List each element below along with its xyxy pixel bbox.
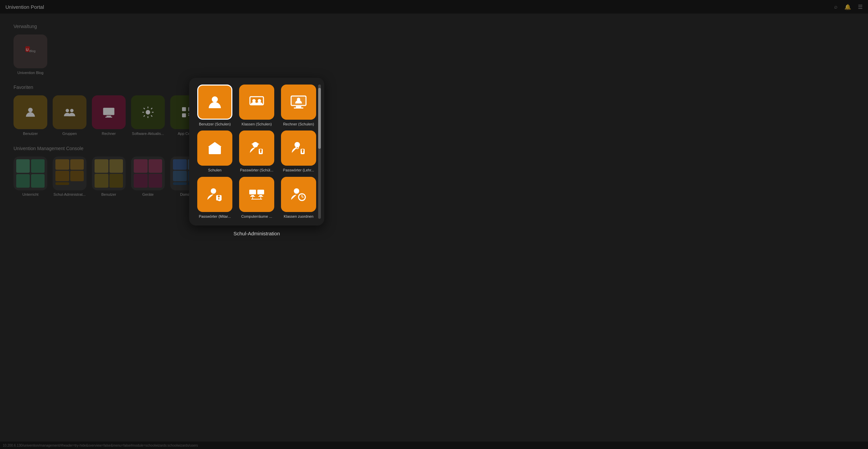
- popup-label-passwoerter-mitar: Passwörter (Mitar...: [199, 214, 231, 219]
- popup-icon-benutzer-schulen: [197, 85, 232, 120]
- svg-rect-38: [260, 151, 261, 153]
- svg-marker-28: [208, 142, 222, 147]
- svg-point-60: [294, 188, 299, 194]
- svg-rect-31: [210, 149, 212, 151]
- popup-label-rechner-schulen: Rechner (Schulen): [283, 122, 314, 126]
- svg-rect-25: [294, 108, 303, 109]
- popup-icon-klassen-schulen: [239, 85, 274, 120]
- svg-point-21: [258, 99, 261, 102]
- svg-marker-35: [251, 142, 259, 146]
- popup-label-passwoerter-lehr: Passwörter (Lehr...: [283, 168, 314, 172]
- svg-rect-54: [257, 190, 264, 194]
- popup-label-klassen-zuordnen: Klassen zuordnen: [284, 214, 313, 219]
- svg-rect-53: [250, 196, 255, 197]
- popup-icon-passwoerter-schul: [239, 131, 274, 166]
- svg-rect-32: [217, 149, 220, 151]
- popup-label-schulen: Schulen: [208, 168, 222, 172]
- svg-point-20: [252, 99, 256, 102]
- svg-rect-30: [215, 149, 217, 152]
- svg-rect-43: [302, 151, 303, 153]
- popup-label-passwoerter-schul: Passwörter (Schül...: [240, 168, 273, 172]
- popup-tile-passwoerter-lehr[interactable]: Passwörter (Lehr...: [280, 131, 317, 172]
- popup-icon-computerraeume: [239, 177, 274, 212]
- svg-point-18: [212, 96, 218, 102]
- svg-point-39: [295, 142, 300, 147]
- popup-tile-klassen-schulen[interactable]: Klassen (Schulen): [238, 85, 276, 126]
- popup-scrollbar[interactable]: [318, 85, 321, 219]
- popup-tile-computerraeume[interactable]: Computerräume ...: [238, 177, 276, 219]
- overlay-backdrop[interactable]: [0, 0, 868, 449]
- popup-label-klassen-schulen: Klassen (Schulen): [241, 122, 272, 126]
- popup-section-label: Schul-Administration: [189, 231, 324, 236]
- popup-tile-benutzer-schulen[interactable]: Benutzer (Schulen): [196, 85, 234, 126]
- popup-tile-schulen[interactable]: Schulen: [196, 131, 234, 172]
- popup-tile-passwoerter-mitar[interactable]: Passwörter (Mitar...: [196, 177, 234, 219]
- svg-rect-24: [296, 106, 301, 108]
- popup-tile-rechner-schulen[interactable]: Rechner (Schulen): [280, 85, 317, 126]
- popup-scrollbar-thumb[interactable]: [318, 88, 321, 149]
- popup-tile-passwoerter-schul[interactable]: Passwörter (Schül...: [238, 131, 276, 172]
- popup-label-benutzer-schulen: Benutzer (Schulen): [199, 122, 231, 126]
- svg-rect-52: [251, 195, 254, 196]
- popup-grid: Benutzer (Schulen) Klassen (Schulen): [196, 85, 317, 219]
- svg-rect-29: [213, 149, 214, 152]
- popup-label-computerraeume: Computerräume ...: [241, 214, 272, 219]
- svg-rect-33: [210, 151, 220, 153]
- popup-icon-rechner-schulen: [281, 85, 316, 120]
- svg-rect-51: [249, 190, 256, 194]
- popup-icon-passwoerter-lehr: [281, 131, 316, 166]
- popup-icon-passwoerter-mitar: [197, 177, 232, 212]
- popup-tile-klassen-zuordnen[interactable]: Klassen zuordnen: [280, 177, 317, 219]
- popup-icon-schulen: [197, 131, 232, 166]
- svg-point-44: [211, 188, 216, 194]
- svg-rect-55: [259, 195, 262, 196]
- svg-rect-56: [258, 196, 263, 197]
- popup-panel: Benutzer (Schulen) Klassen (Schulen): [189, 78, 324, 226]
- popup-icon-klassen-zuordnen: [281, 177, 316, 212]
